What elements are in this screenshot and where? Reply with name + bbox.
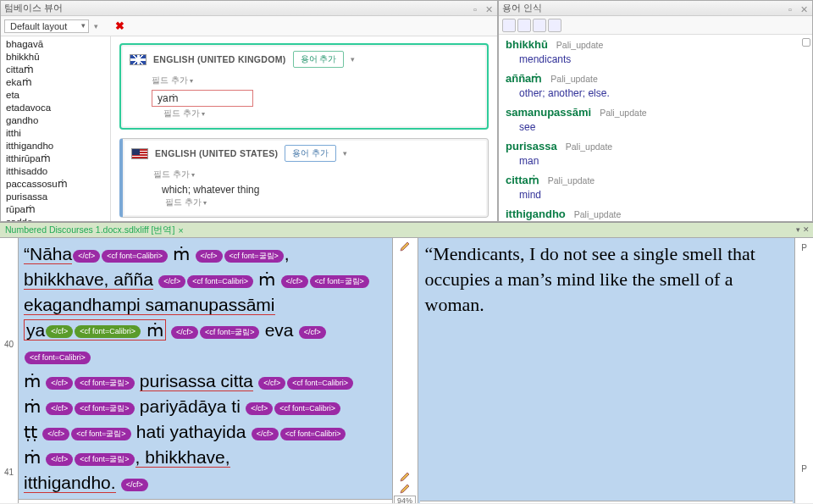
termrec-pane-header: 용어 인식 ▫ ✕ <box>499 1 812 16</box>
tool-icon[interactable] <box>517 19 531 32</box>
target-segment-41[interactable]: The smell of a woman occupies a <box>420 501 794 503</box>
list-item[interactable]: bhagavā <box>6 38 105 51</box>
source-column[interactable]: “Nāha</cf><cf font=Calibri> ṁ </cf><cf f… <box>19 238 393 503</box>
list-item[interactable]: itthi <box>6 127 105 140</box>
add-term-button-us[interactable]: 용어 추가 <box>285 145 336 162</box>
flag-uk-icon <box>130 54 147 65</box>
close-icon[interactable]: ✕ <box>485 4 494 13</box>
field-add-us-top[interactable]: 필드 추가 <box>153 169 479 180</box>
list-item[interactable]: itthirūpaṁ <box>6 152 105 165</box>
tool-icon[interactable] <box>502 19 516 32</box>
status-badge: P <box>801 243 807 252</box>
list-item[interactable]: purisassa <box>6 191 105 203</box>
pin-icon[interactable]: ▫ <box>788 4 797 13</box>
list-item[interactable]: paccassosuṁ <box>6 178 105 191</box>
list-item[interactable]: gandho <box>6 114 105 127</box>
term-value-uk[interactable]: yaṁ <box>152 90 253 107</box>
field-add-uk-top[interactable]: 필드 추가 <box>152 75 478 86</box>
tool-icon[interactable] <box>548 19 561 32</box>
termbase-viewer-pane: 텀베이스 뷰어 ▫ ✕ Default layout ▾ ✖ bhagavā b… <box>0 0 498 222</box>
list-item[interactable]: cittaṁ <box>6 64 105 76</box>
tab-dropdown-icon[interactable]: ▾ ✕ <box>796 225 810 234</box>
list-item[interactable]: eta <box>6 89 105 102</box>
status-badge: P <box>801 464 807 474</box>
termrec-title: 용어 인식 <box>502 2 542 14</box>
list-item[interactable]: bhikkhū <box>6 51 105 64</box>
list-item[interactable]: etadavoca <box>6 102 105 114</box>
flag-us-icon <box>131 148 148 159</box>
term-card-uk: ENGLISH (UNITED KINGDOM) 용어 추가 ▾ 필드 추가 y… <box>119 43 489 130</box>
pencil-icon <box>400 472 410 482</box>
tool-icon[interactable] <box>533 19 546 32</box>
termrec-list[interactable]: bhikkhūPali_updatemendicants aññaṁPali_u… <box>499 35 812 221</box>
term-card-us: ENGLISH (UNITED STATES) 용어 추가 ▾ 필드 추가 wh… <box>119 138 489 218</box>
term-value-us: which; whatever thing <box>162 184 479 196</box>
target-segment-40[interactable]: “Mendicants, I do not see a single smell… <box>425 241 788 318</box>
file-tab-label: Numbered Discourses 1.docx.sdlxliff [번역] <box>5 224 174 236</box>
termbase-title: 텀베이스 뷰어 <box>4 2 63 14</box>
source-segment-40[interactable]: “Nāha</cf><cf font=Calibri> ṁ </cf><cf f… <box>24 241 387 496</box>
translation-grid: 40 41 “Nāha</cf><cf font=Calibri> ṁ </cf… <box>0 238 813 503</box>
termbase-pane-header: 텀베이스 뷰어 ▫ ✕ <box>1 1 497 16</box>
list-item[interactable]: ekaṁ <box>6 76 105 89</box>
row-number-gutter: 40 41 <box>0 238 19 503</box>
termrec-toolbar <box>499 16 812 35</box>
add-term-button-uk[interactable]: 용어 추가 <box>293 51 345 68</box>
row-number: 40 <box>0 340 18 349</box>
status-column: 94% <box>393 238 418 503</box>
list-item[interactable]: itthisaddo <box>6 165 105 178</box>
toolbar-chevron-icon[interactable]: ▾ <box>94 22 98 30</box>
list-item[interactable]: saddo <box>6 216 105 221</box>
target-column[interactable]: “Mendicants, I do not see a single smell… <box>418 238 795 503</box>
row-number: 41 <box>0 468 18 477</box>
termrec-item[interactable]: purisassaPali_updateman <box>506 140 805 167</box>
termrec-item[interactable]: samanupassāmiPali_updatesee <box>506 106 805 133</box>
word-list[interactable]: bhagavā bhikkhū cittaṁ ekaṁ eta etadavoc… <box>1 36 111 221</box>
close-icon[interactable]: ✕ <box>800 4 809 13</box>
termbase-toolbar: Default layout ▾ ✖ <box>1 16 497 36</box>
tab-close-icon[interactable]: × <box>178 225 183 235</box>
right-status-gutter: P P <box>794 238 813 503</box>
termrec-item[interactable]: bhikkhūPali_updatemendicants <box>506 38 805 65</box>
list-item[interactable]: itthigandho <box>6 140 105 152</box>
editor-pane: Numbered Discourses 1.docx.sdlxliff [번역]… <box>0 223 813 503</box>
field-add-uk-bot[interactable]: 필드 추가 <box>163 108 478 119</box>
pencil-icon <box>400 241 410 252</box>
termrec-item[interactable]: cittaṁPali_updatemind <box>506 174 805 201</box>
field-add-us-bot[interactable]: 필드 추가 <box>165 197 479 208</box>
term-recognition-pane: 용어 인식 ▫ ✕ bhikkhūPali_updatemendicants a… <box>498 0 813 222</box>
source-segment-41[interactable]: The smell of a woman occupies a man’s mi… <box>19 499 392 503</box>
term-card-area: ENGLISH (UNITED KINGDOM) 용어 추가 ▾ 필드 추가 y… <box>111 36 497 221</box>
layout-select[interactable]: Default layout <box>4 19 89 33</box>
termrec-item[interactable]: aññaṁPali_updateother; another; else. <box>506 72 805 99</box>
termrec-item[interactable]: itthigandhoPali_update <box>506 208 805 220</box>
delete-icon[interactable]: ✖ <box>115 19 124 32</box>
pin-icon[interactable]: ▫ <box>473 4 482 13</box>
match-percent: 94% <box>394 496 416 503</box>
lang-label-us: ENGLISH (UNITED STATES) <box>155 148 278 158</box>
list-item[interactable]: rūpaṁ <box>6 203 105 216</box>
lang-label-uk: ENGLISH (UNITED KINGDOM) <box>153 54 286 64</box>
file-tab[interactable]: Numbered Discourses 1.docx.sdlxliff [번역]… <box>0 223 813 238</box>
pencil-icon <box>400 484 410 494</box>
